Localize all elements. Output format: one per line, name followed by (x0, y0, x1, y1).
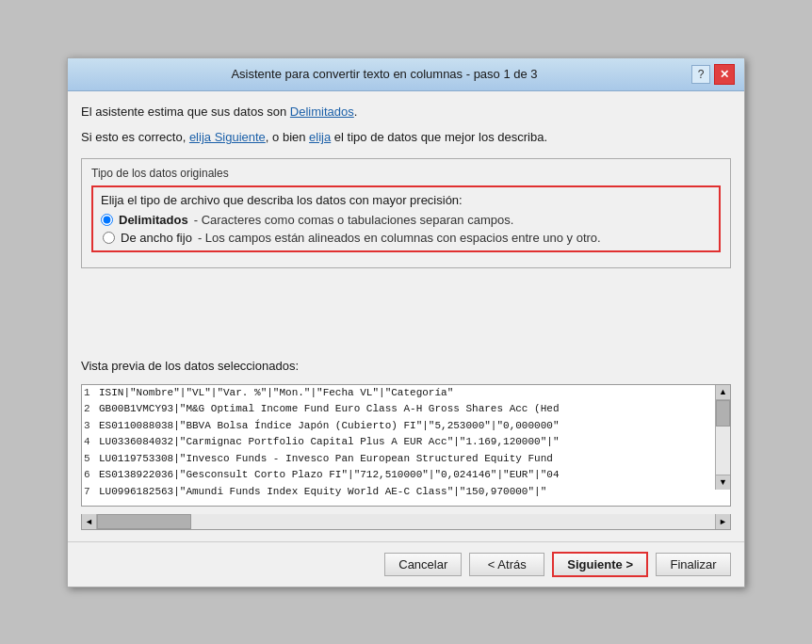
radio-section-label: Elija el tipo de archivo que describa lo… (101, 193, 711, 207)
line-content: LU0119753308|"Invesco Funds - Invesco Pa… (99, 451, 553, 468)
line-number: 3 (84, 418, 97, 435)
hscroll-track (97, 514, 715, 529)
line-number: 6 (84, 467, 97, 484)
preview-line: 2GB00B1VMCY93|"M&G Optimal Income Fund E… (82, 401, 715, 418)
spacer (81, 276, 731, 351)
preview-line: 3ES0110088038|"BBVA Bolsa Índice Japón (… (82, 418, 715, 435)
vscroll-down[interactable]: ▼ (716, 475, 730, 490)
line-number: 4 (84, 434, 97, 451)
groupbox-legend: Tipo de los datos originales (91, 167, 721, 180)
next-button[interactable]: Siguiente > (552, 552, 648, 577)
preview-line: 6ES0138922036|"Gesconsult Corto Plazo FI… (82, 467, 715, 484)
preview-content: 1ISIN|"Nombre"|"VL"|"Var. %"|"Mon."|"Fec… (82, 385, 730, 506)
line-number: 7 (84, 484, 97, 501)
line-content: LU0336084032|"Carmignac Portfolio Capita… (99, 434, 559, 451)
cancel-button[interactable]: Cancelar (384, 553, 462, 576)
finish-button[interactable]: Finalizar (656, 553, 731, 576)
radio-delimitados-row: Delimitados - Caracteres como comas o ta… (101, 213, 711, 227)
footer: Cancelar < Atrás Siguiente > Finalizar (68, 541, 744, 587)
back-button[interactable]: < Atrás (469, 553, 544, 576)
line-content: LU0996182563|"Amundi Funds Index Equity … (99, 484, 546, 501)
preview-line: 4LU0336084032|"Carmignac Portfolio Capit… (82, 434, 715, 451)
radio-anchofijo-label: De ancho fijo (121, 231, 192, 245)
data-type-groupbox: Tipo de los datos originales Elija el ti… (81, 158, 731, 268)
vscroll-up[interactable]: ▲ (716, 385, 730, 400)
hscroll-thumb[interactable] (97, 514, 191, 529)
delimitados-link1[interactable]: Delimitados (290, 105, 354, 119)
line-number: 2 (84, 401, 97, 418)
intro-paragraph2: Si esto es correcto, elija Siguiente, o … (81, 128, 731, 147)
radio-section: Elija el tipo de archivo que describa lo… (91, 185, 721, 252)
line-content: ES0138922036|"Gesconsult Corto Plazo FI"… (99, 467, 559, 484)
dialog-title: Asistente para convertir texto en column… (77, 67, 691, 81)
preview-line: 1ISIN|"Nombre"|"VL"|"Var. %"|"Mon."|"Fec… (82, 385, 715, 402)
preview-lines: 1ISIN|"Nombre"|"VL"|"Var. %"|"Mon."|"Fec… (82, 385, 715, 501)
vscroll-track (716, 400, 730, 475)
radio-delimitados-label: Delimitados (119, 213, 188, 227)
close-button[interactable]: ✕ (714, 64, 735, 85)
vscrollbar[interactable]: ▲ ▼ (715, 385, 730, 490)
hscroll-right[interactable]: ► (715, 514, 730, 529)
vscroll-thumb[interactable] (716, 400, 730, 427)
dialog-window: Asistente para convertir texto en column… (67, 57, 745, 588)
line-content: GB00B1VMCY93|"M&G Optimal Income Fund Eu… (99, 401, 559, 418)
siguiente-link[interactable]: elija Siguiente (189, 130, 266, 144)
titlebar: Asistente para convertir texto en column… (68, 58, 744, 91)
hscroll-left[interactable]: ◄ (82, 514, 97, 529)
preview-label: Vista previa de los datos seleccionados: (81, 359, 731, 373)
preview-line: 5LU0119753308|"Invesco Funds - Invesco P… (82, 451, 715, 468)
line-number: 1 (84, 385, 97, 402)
titlebar-controls: ? ✕ (691, 64, 735, 85)
radio-anchofijo-desc: - Los campos están alineados en columnas… (198, 231, 601, 245)
intro-paragraph1: El asistente estima que sus datos son De… (81, 103, 731, 121)
line-content: ES0110088038|"BBVA Bolsa Índice Japón (C… (99, 418, 559, 435)
radio-anchofijo-row: De ancho fijo - Los campos están alinead… (101, 231, 711, 245)
preview-line: 7LU0996182563|"Amundi Funds Index Equity… (82, 484, 715, 501)
radio-anchofijo[interactable] (103, 232, 115, 244)
dialog-body: El asistente estima que sus datos son De… (68, 91, 744, 541)
preview-container: 1ISIN|"Nombre"|"VL"|"Var. %"|"Mon."|"Fec… (81, 384, 731, 507)
line-content: ISIN|"Nombre"|"VL"|"Var. %"|"Mon."|"Fech… (99, 385, 453, 402)
help-button[interactable]: ? (691, 65, 710, 84)
radio-delimitados[interactable] (101, 214, 113, 226)
hscrollbar-row: ◄ ► (81, 514, 731, 530)
line-number: 5 (84, 451, 97, 468)
radio-delimitados-desc: - Caracteres como comas o tabulaciones s… (194, 213, 514, 227)
elija-link[interactable]: elija (309, 130, 331, 144)
